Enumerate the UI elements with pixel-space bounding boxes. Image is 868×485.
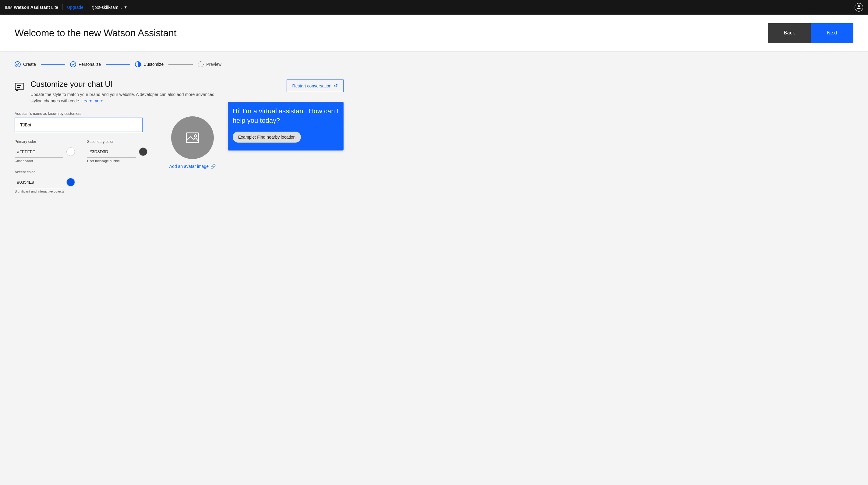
step-customize-label: Customize (144, 62, 163, 67)
accent-color-input[interactable] (14, 176, 63, 188)
form-section: Assistant's name as known by customers P… (14, 112, 216, 193)
primary-color-label: Primary color (14, 140, 75, 144)
chat-preview: Hi! I'm a virtual assistant. How can I h… (228, 102, 344, 151)
user-avatar-button[interactable] (855, 3, 863, 11)
step-connector-3 (168, 64, 193, 65)
secondary-color-input[interactable] (87, 146, 136, 158)
step-customize: Customize (135, 61, 163, 67)
topnav-right (855, 3, 863, 11)
step-create-icon (14, 61, 21, 67)
brand-plan: Lite (50, 5, 58, 10)
restart-label: Restart conversation (292, 84, 331, 88)
topnav: IBM Watson Assistant Lite Upgrade tjbot-… (0, 0, 868, 14)
name-label: Assistant's name as known by customers (14, 112, 157, 116)
topnav-left: IBM Watson Assistant Lite Upgrade tjbot-… (5, 4, 127, 10)
step-preview-icon (198, 61, 204, 67)
section-header: Customize your chat UI Update the style … (14, 80, 216, 104)
form-fields: Assistant's name as known by customers P… (14, 112, 157, 193)
content-area: Customize your chat UI Update the style … (14, 80, 854, 193)
step-customize-icon (135, 61, 141, 67)
primary-color-swatch[interactable] (66, 147, 75, 156)
dotted-circle-icon (198, 61, 204, 67)
half-filled-icon (135, 61, 141, 67)
next-button[interactable]: Next (811, 23, 854, 43)
checkmark-filled-icon (14, 61, 21, 67)
svg-line-10 (194, 138, 195, 140)
back-button[interactable]: Back (768, 23, 811, 43)
svg-point-3 (198, 62, 204, 67)
avatar-placeholder (171, 116, 214, 159)
right-panel: Restart conversation ↺ Hi! I'm a virtual… (228, 80, 344, 193)
main-content: Create Personalize Customize (0, 52, 868, 203)
svg-point-12 (194, 135, 197, 137)
user-icon (856, 5, 862, 10)
step-create: Create (14, 61, 36, 67)
restart-row: Restart conversation ↺ (228, 80, 344, 98)
accent-color-input-row (14, 176, 157, 188)
project-name: tjbot-skill-sam... (92, 5, 122, 10)
section-description-text: Update the style to match your brand and… (30, 92, 214, 103)
project-selector[interactable]: tjbot-skill-sam... ▼ (92, 5, 127, 10)
svg-rect-7 (186, 133, 198, 143)
add-avatar-label: Add an avatar image (169, 164, 209, 169)
step-connector-1 (41, 64, 65, 65)
add-avatar-link[interactable]: Add an avatar image 🔗 (169, 164, 216, 169)
section-description: Update the style to match your brand and… (30, 91, 216, 104)
chat-suggestion[interactable]: Example: Find nearby location (233, 131, 301, 143)
step-preview: Preview (198, 61, 221, 67)
customize-icon (14, 81, 26, 92)
link-icon: 🔗 (211, 164, 216, 169)
accent-color-sublabel: Significant and interactive objects (14, 189, 157, 193)
secondary-color-swatch[interactable] (139, 147, 147, 156)
page-title: Welcome to the new Watson Assistant (14, 27, 176, 39)
restart-icon: ↺ (334, 83, 338, 89)
upgrade-link[interactable]: Upgrade (67, 5, 84, 10)
secondary-color-sublabel: User message bubble (87, 159, 147, 163)
accent-color-swatch[interactable] (66, 178, 75, 186)
avatar-section: Add an avatar image 🔗 (169, 116, 216, 169)
chat-customize-icon (14, 81, 26, 92)
left-panel: Customize your chat UI Update the style … (14, 80, 216, 193)
accent-color-group: Accent color Significant and interactive… (14, 170, 157, 193)
checkmark-filled-icon2 (70, 61, 76, 67)
step-personalize-icon (70, 61, 76, 67)
svg-line-11 (195, 138, 198, 141)
primary-color-group: Primary color Chat header (14, 140, 75, 163)
step-preview-label: Preview (206, 62, 221, 67)
secondary-color-group: Secondary color User message bubble (87, 140, 147, 163)
assistant-name-input[interactable] (14, 118, 143, 132)
page-header: Welcome to the new Watson Assistant Back… (0, 14, 868, 52)
step-personalize: Personalize (70, 61, 101, 67)
header-buttons: Back Next (768, 23, 854, 43)
svg-line-9 (191, 137, 194, 140)
chat-body: Hi! I'm a virtual assistant. How can I h… (228, 102, 344, 151)
name-form-group: Assistant's name as known by customers (14, 112, 157, 132)
step-connector-2 (106, 64, 130, 65)
secondary-color-input-row (87, 146, 147, 158)
topnav-brand: IBM Watson Assistant Lite (5, 5, 58, 10)
topnav-divider2 (88, 4, 88, 10)
section-text: Customize your chat UI Update the style … (30, 80, 216, 104)
section-title: Customize your chat UI (30, 80, 216, 89)
steps-container: Create Personalize Customize (14, 61, 854, 67)
color-row: Primary color Chat header Secondary colo… (14, 140, 157, 163)
image-placeholder-icon (185, 130, 200, 145)
chat-greeting: Hi! I'm a virtual assistant. How can I h… (233, 107, 339, 125)
step-personalize-label: Personalize (79, 62, 101, 67)
chevron-down-icon: ▼ (124, 5, 127, 9)
svg-line-8 (186, 137, 191, 140)
accent-color-label: Accent color (14, 170, 157, 174)
restart-conversation-button[interactable]: Restart conversation ↺ (287, 80, 344, 92)
primary-color-input-row (14, 146, 75, 158)
svg-rect-4 (15, 83, 24, 89)
secondary-color-label: Secondary color (87, 140, 147, 144)
svg-point-1 (70, 62, 76, 67)
step-create-label: Create (23, 62, 36, 67)
brand-name: Watson Assistant (14, 5, 50, 10)
primary-color-sublabel: Chat header (14, 159, 75, 163)
primary-color-input[interactable] (14, 146, 63, 158)
svg-point-0 (15, 62, 21, 67)
learn-more-link[interactable]: Learn more (81, 98, 103, 103)
topnav-divider (62, 4, 63, 10)
